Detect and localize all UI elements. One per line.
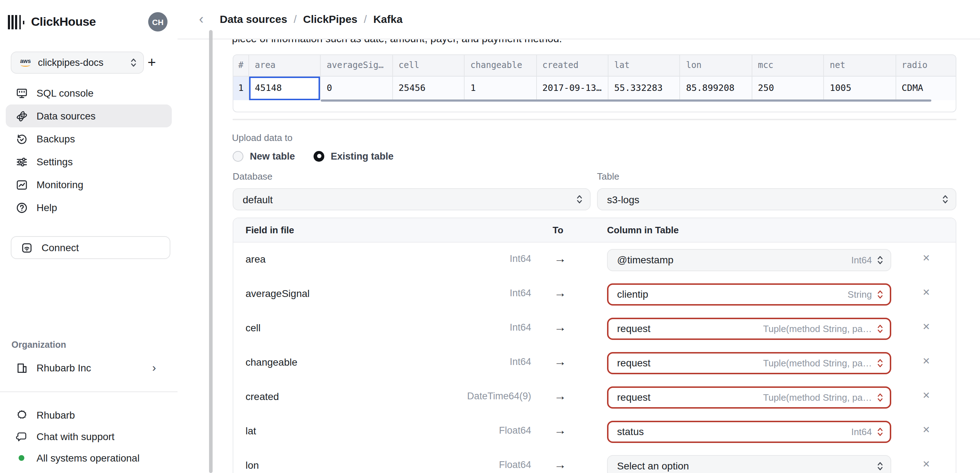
remove-mapping-button[interactable]: ✕ [915,252,938,263]
column-value: @timestamp [617,254,851,265]
mapping-row-created: created DateTime64(9) → request Tuple(me… [233,380,956,414]
preview-data-row: 1 45148 0 25456 1 2017-09-13… 55.332283 … [233,76,956,100]
column-select-error[interactable]: status Int64 [607,421,891,443]
horizontal-scrollbar[interactable] [321,99,931,101]
table-cell[interactable]: CDMA [896,76,956,100]
column-type: Int64 [851,426,872,437]
column-type: Tuple(method String, pa… [763,357,872,368]
column-header: averageSig… [321,55,393,76]
footer-item-label: Chat with support [37,431,115,442]
radio-existing-table[interactable] [313,151,324,161]
remove-mapping-button[interactable]: ✕ [915,424,938,435]
column-select[interactable]: @timestamp Int64 [607,249,891,271]
breadcrumb-separator: / [364,13,367,25]
sidebar-nav: SQL console Data sources Backups Setting… [6,82,172,219]
chevron-updown-icon [942,195,948,204]
table-cell[interactable]: 2017-09-13… [536,76,608,100]
section-divider [233,119,956,120]
monitor-icon [16,87,28,99]
app-window: ClickHouse CH aws clickpipes-docs + SQL … [0,0,980,473]
mapping-header: Field in file To Column in Table [233,218,956,243]
database-label: Database [233,171,272,182]
chat-bubble-icon [16,431,27,442]
column-header: created [536,55,608,76]
chevron-updown-icon [877,392,883,402]
row-index-cell[interactable]: 1 [233,76,249,100]
radio-new-table[interactable] [233,151,243,161]
database-select[interactable]: default [233,188,590,210]
column-type: String [848,289,872,300]
arrow-icon: → [549,389,571,403]
sidebar-item-label: Data sources [37,110,95,122]
user-avatar[interactable]: CH [148,12,167,32]
table-cell[interactable]: 0 [321,76,393,100]
remove-mapping-button[interactable]: ✕ [915,459,938,470]
column-value: request [617,391,763,403]
chevron-updown-icon [877,427,883,436]
table-cell[interactable]: 1005 [824,76,896,100]
column-select-error[interactable]: clientip String [607,283,891,305]
breadcrumb-data-sources[interactable]: Data sources [220,13,287,25]
column-in-table-header: Column in Table [607,225,679,235]
arrow-icon: → [549,424,571,438]
radio-new-table-label[interactable]: New table [250,151,295,161]
sidebar-item-settings[interactable]: Settings [6,150,172,173]
system-status[interactable]: All systems operational [6,447,172,469]
column-select-error[interactable]: request Tuple(method String, pa… [607,352,891,374]
sidebar-item-data-sources[interactable]: Data sources [6,105,172,127]
chevron-updown-icon [877,255,883,264]
column-select-placeholder[interactable]: Select an option [607,455,891,473]
back-chevron-icon[interactable]: ‹ [199,11,204,27]
column-select-error[interactable]: request Tuple(method String, pa… [607,386,891,408]
sidebar-item-monitoring[interactable]: Monitoring [6,173,172,196]
arrow-icon: → [549,286,571,300]
arrow-icon: → [549,458,571,472]
table-cell[interactable]: 1 [465,76,536,100]
chart-icon [16,179,28,191]
sidebar-item-help[interactable]: Help [6,196,172,219]
column-header: radio [896,55,956,76]
building-icon [16,362,28,374]
selected-cell[interactable]: 45148 [249,76,321,100]
remove-mapping-button[interactable]: ✕ [915,287,938,298]
column-placeholder: Select an option [617,460,877,471]
column-header: net [824,55,896,76]
field-name: cell [245,322,261,333]
remove-mapping-button[interactable]: ✕ [915,390,938,401]
table-cell[interactable]: 250 [752,76,824,100]
sidebar-divider [0,391,178,392]
breadcrumb-clickpipes[interactable]: ClickPipes [303,13,358,25]
mapping-row-lon: lon Float64 → Select an option ✕ [233,449,956,473]
remove-mapping-button[interactable]: ✕ [915,321,938,332]
service-selector[interactable]: aws clickpipes-docs [11,52,144,74]
sidebar-item-sql-console[interactable]: SQL console [6,82,172,105]
sidebar-item-backups[interactable]: Backups [6,127,172,150]
sidebar-footer: Rhubarb Chat with support All systems op… [6,404,172,469]
table-select[interactable]: s3-logs [597,188,956,210]
column-header: cell [393,55,465,76]
column-select-error[interactable]: request Tuple(method String, pa… [607,317,891,340]
field-type: Float64 [362,425,531,436]
table-cell[interactable]: 55.332283 [608,76,681,100]
add-service-button[interactable]: + [142,53,161,71]
status-dot-icon [19,455,24,461]
cookie-icon [16,410,27,421]
arrow-icon: → [549,252,571,266]
table-cell[interactable]: 85.899208 [681,76,752,100]
table-label: Table [597,171,619,182]
remove-mapping-button[interactable]: ✕ [915,356,938,367]
footer-item-rhubarb[interactable]: Rhubarb [6,404,172,426]
field-name: lat [245,425,256,436]
table-cell[interactable]: 25456 [393,76,465,100]
field-type: DateTime64(9) [362,391,531,402]
vertical-scrollbar[interactable] [209,30,213,473]
connect-button[interactable]: Connect [11,236,170,259]
connect-icon [21,241,33,254]
mapping-row-changeable: changeable Int64 → request Tuple(method … [233,346,956,380]
sidebar-item-label: Backups [37,133,75,144]
column-header: changeable [465,55,536,76]
organization-selector[interactable]: Rhubarb Inc › [6,356,172,379]
upload-data-to-label: Upload data to [232,132,293,143]
radio-existing-table-label[interactable]: Existing table [331,151,394,161]
footer-item-chat-support[interactable]: Chat with support [6,426,172,447]
